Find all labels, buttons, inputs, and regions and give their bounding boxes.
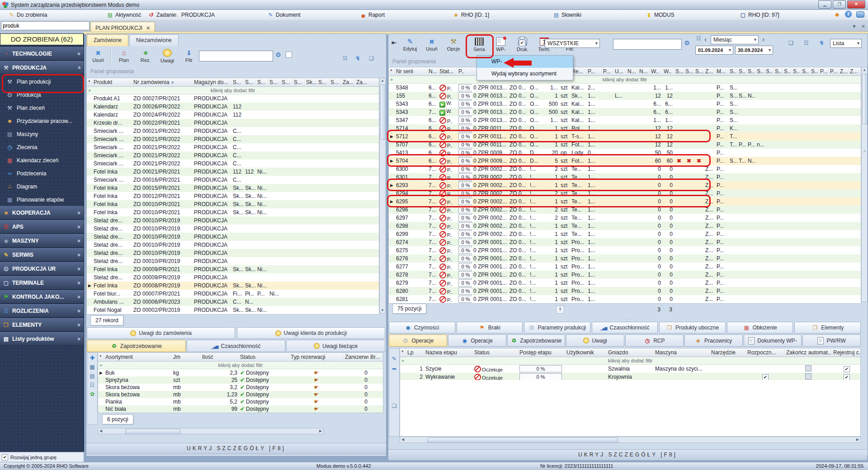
layers-icon[interactable] [695, 35, 702, 42]
table-row[interactable]: 53437...▶W.0 %0 ZPR 0013...ZO 0...O...50… [389, 108, 861, 116]
window-icon[interactable] [368, 55, 375, 61]
sidebar-group-produkcja[interactable]: PRODUKCJA» [0, 61, 84, 75]
series-checkbox[interactable]: ✔ [519, 40, 525, 46]
column-header[interactable]: Zarezerwow... [344, 353, 369, 361]
sidebar-item-plan-zlece-[interactable]: Plan zleceń [0, 101, 84, 114]
period-combo[interactable]: Miesiąc▼ [711, 35, 759, 44]
table-row[interactable]: 53476...P..0 %0 ZPR 0013...ZO 0...O...1.… [389, 116, 861, 124]
column-header[interactable]: S... [810, 67, 819, 75]
column-header[interactable]: S... [317, 78, 329, 86]
toolbar-button-plan[interactable]: Plan [113, 46, 134, 66]
column-header[interactable]: N... [427, 67, 438, 75]
detail-list-icon[interactable] [342, 55, 349, 61]
help-icon[interactable]: ? [845, 11, 852, 18]
column-header[interactable]: Postęp etapu [518, 348, 565, 357]
column-header[interactable]: S... [329, 78, 341, 86]
toolbar-button-opcje[interactable]: Opcje [443, 35, 464, 55]
sidebar-item-kalendarz-zlece-[interactable]: Kalendarz zleceń [0, 154, 84, 167]
table-row[interactable]: 62777...P..0 %0 ZPR 0001...ZO 0...!...1s… [389, 263, 861, 271]
sidebar-group-terminale[interactable]: TERMINALE» [0, 276, 84, 290]
add-icon[interactable] [89, 355, 96, 361]
sidebar-group-produkcja-ur[interactable]: PRODUKCJA UR» [0, 262, 84, 276]
table-row[interactable]: ▶62937...P..0 %0 ZPR 0002...ZO 0...!...1… [389, 181, 861, 189]
column-header[interactable]: W.. [662, 67, 674, 75]
sidebar-item-maszyny[interactable]: Maszyny [0, 127, 84, 141]
window-icon[interactable] [788, 40, 794, 46]
table-row[interactable]: ▶62957...P..0 %0 ZPR 0002...ZO 0...!...1… [389, 197, 861, 206]
dock-icon[interactable] [391, 40, 397, 46]
table-row[interactable]: ▶Fotel InkaZO 00008/PR/2019PRODUKCJASk..… [87, 282, 379, 290]
table-row[interactable]: Śmieciark ...ZO 00021/PR/2022PRODUKCJAC.… [87, 160, 379, 168]
restore-button[interactable]: ❐ [833, 0, 846, 9]
column-header[interactable]: S... [684, 67, 694, 75]
sidebar-item-przydzielanie-pracow-[interactable]: Przydzielanie pracow... [0, 114, 84, 127]
todo-header[interactable]: DO ZROBIENIA (62) [0, 33, 84, 45]
column-header[interactable]: Nazwa etapu [424, 348, 473, 357]
table-row[interactable]: Stelaż dre...ZO 00010/PR/2019PRODUKCJA [87, 257, 379, 265]
table-row[interactable]: 57146...P..0 %0 ZPR 0011...ZO 0...O...1s… [389, 124, 861, 132]
column-header[interactable]: P... [586, 67, 602, 75]
column-header[interactable]: Za... [355, 78, 368, 86]
sidebar-item-plan-produkcji[interactable]: Plan produkcji [0, 75, 84, 88]
pager-handle[interactable]: ‖ [556, 306, 564, 314]
window-icon[interactable] [391, 403, 398, 409]
column-header[interactable]: Rejestruj c... [832, 348, 861, 357]
sidebar-group-technologie[interactable]: TECHNOLOGIE» [0, 47, 84, 61]
menu-item-do-zrobienia[interactable]: Do zrobienia [5, 10, 50, 20]
subtab-niezamówione[interactable]: Niezamówione [129, 34, 179, 46]
sidebar-group-listy-produkt-w[interactable]: Listy produktów» [0, 332, 84, 346]
menu-item-aktywno-[interactable]: Aktywność [104, 10, 144, 20]
table-row[interactable]: Fotel biur...ZO 00007/PR/2021PRODUKCJAFi… [87, 290, 379, 298]
column-header[interactable]: Z... [839, 67, 849, 75]
sidebar-item-diagram[interactable]: Diagram [0, 180, 84, 193]
filter-row[interactable]: ✦kliknij aby dodać filtr [400, 357, 860, 365]
auto-finish-checkbox[interactable] [805, 373, 811, 380]
menu-item-rho-id-1-[interactable]: RHO [ID: 1] [450, 10, 492, 20]
column-header[interactable]: * [98, 353, 104, 361]
toolbar-button-rez-[interactable]: Rez. [135, 46, 156, 66]
date-to-picker[interactable]: 30.09.2024▼ [735, 46, 773, 55]
tab-ob-o-enie[interactable]: Obłożenie [727, 322, 793, 334]
toolbar-button-usu-[interactable]: Usuń [421, 35, 442, 55]
table-row[interactable]: Fotel InkaZO 00010/PR/2021PRODUKCJASk...… [87, 208, 379, 216]
column-header[interactable]: N... [626, 67, 638, 75]
column-header[interactable]: S... [737, 67, 746, 75]
register-checkbox[interactable]: ✔ [844, 374, 850, 381]
column-header[interactable]: Użytkownik [565, 348, 607, 357]
sidebar-group-aps[interactable]: APS» [0, 220, 84, 234]
table-row[interactable]: Stelaż dre...ZO 00010/PR/2019PRODUKCJA [87, 241, 379, 249]
tab-pracownicy[interactable]: Pracownicy [684, 334, 743, 347]
tablist-close-icon[interactable]: ✕ [861, 24, 865, 29]
filter-row[interactable]: ✦kliknij aby dodać filtr [98, 362, 383, 369]
column-header[interactable]: Ilość [201, 353, 239, 361]
column-header[interactable]: * [389, 67, 395, 75]
sidebar-group-maszyny[interactable]: MASZYNY» [0, 234, 84, 248]
column-header[interactable]: Status [473, 348, 518, 357]
toolbar-button-wp-[interactable]: WP- [491, 35, 511, 55]
column-header[interactable]: S... [764, 67, 774, 75]
column-header[interactable]: S... [256, 78, 268, 86]
filter-row[interactable]: ✦kliknij aby dodać filtr [389, 76, 861, 84]
ops-hscrollbar[interactable]: ◀▶ [400, 437, 861, 443]
table-row[interactable]: Produkt A1ZO 00027/PR/2021PRODUKCJA [87, 94, 379, 103]
sidebar-group-elementy[interactable]: ELEMENTY» [0, 318, 84, 332]
column-header[interactable]: S... [801, 67, 810, 75]
table-row[interactable]: Fotel InkaZO 00015/PR/2021PRODUKCJASk...… [87, 184, 379, 192]
column-header[interactable]: S... [292, 78, 305, 86]
series-vscrollbar[interactable]: ▲ ≡ [861, 67, 868, 302]
table-row[interactable]: Fotel NogalZO 00002/PR/2019PRODUKCJASk..… [87, 306, 379, 314]
sidebar-item-produkcja[interactable]: Produkcja [0, 88, 84, 101]
column-header[interactable]: Typ rezerwacji [289, 353, 344, 361]
sidebar-item-podzlecenia[interactable]: Podzlecenia [0, 167, 84, 180]
gear-icon[interactable] [684, 40, 690, 46]
hide-details-bar[interactable]: UKRYJ SZCZEGÓŁY [F8] [86, 443, 386, 454]
tab-dokumenty-wp-[interactable]: Dokumenty WP- [744, 334, 802, 347]
splitter-handle[interactable]: ····· [388, 316, 868, 321]
table-row[interactable]: 62817...P..0 %0 ZPR 0001...ZO 0...!...1s… [389, 295, 861, 303]
column-header[interactable]: Br... [369, 353, 382, 361]
column-header[interactable]: S... [783, 67, 792, 75]
start-checkbox[interactable]: ✔ [762, 374, 769, 381]
table-row[interactable]: Fotel InkaZO 00021/PR/2021PRODUKCJA11211… [87, 168, 379, 176]
column-header[interactable]: Nr serii [395, 67, 427, 75]
toolbar-button-fltr[interactable]: Fltr [179, 46, 199, 66]
